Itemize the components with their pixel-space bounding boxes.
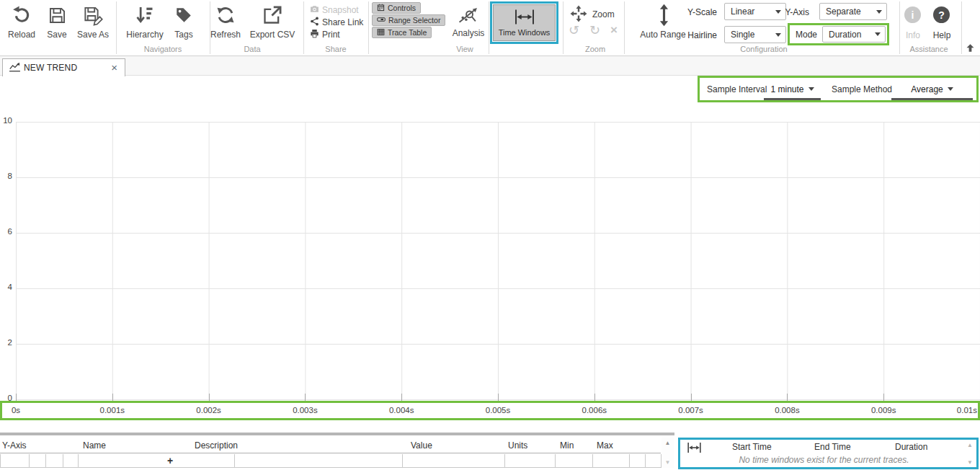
mode-field-highlight: Mode Duration — [788, 23, 889, 45]
info-label: Info — [897, 30, 929, 40]
x-axis-tick-mark — [209, 394, 210, 401]
save-as-icon — [83, 4, 104, 27]
scroll-down-icon[interactable]: ▼ — [965, 459, 975, 466]
tag-icon — [174, 4, 193, 27]
help-button[interactable]: ? — [933, 6, 950, 23]
tw-header-end: End Time — [814, 442, 851, 452]
group-separator — [303, 1, 304, 54]
column-header-max: Max — [597, 440, 613, 453]
time-windows-button[interactable]: Time Windows — [490, 1, 558, 44]
trace-table-empty-row: + — [0, 454, 662, 468]
refresh-icon — [215, 4, 236, 27]
x-axis-tick-label: 0s — [12, 403, 20, 418]
tags-button[interactable]: Tags — [166, 4, 202, 40]
collapse-ribbon-button[interactable] — [965, 43, 976, 53]
tw-header-duration: Duration — [895, 442, 927, 452]
chevron-down-icon — [875, 32, 881, 36]
x-axis-tick-label: 0.01s — [957, 403, 977, 418]
export-csv-button[interactable]: Export CSV — [246, 4, 298, 40]
mode-select[interactable]: Duration — [822, 26, 886, 43]
tab-new-trend[interactable]: NEW TREND × — [2, 58, 125, 76]
snapshot-label: Snapshot — [322, 5, 359, 15]
time-windows-button-face: Time Windows — [493, 4, 556, 41]
x-axis-tick-mark — [691, 394, 692, 401]
x-axis-box[interactable]: 0s0.001s0.002s0.003s0.004s0.005s0.006s0.… — [0, 401, 980, 420]
trace-table-label: Trace Table — [388, 28, 427, 37]
group-separator — [116, 1, 117, 54]
sampling-toolbar: Sample Interval 1 minute Sample Method A… — [698, 76, 979, 102]
zoom-redo-icon[interactable]: ↻ — [589, 24, 600, 37]
chart-plot-area[interactable] — [16, 122, 980, 400]
hairline-label: Hairline — [672, 30, 717, 40]
y-axis-tick-label: 0 — [0, 394, 12, 402]
share-link-button[interactable]: Share Link — [310, 17, 363, 28]
analysis-label: Analysis — [453, 28, 485, 38]
trace-table-scrollbar[interactable]: ▲ ▼ — [662, 438, 674, 468]
hierarchy-button[interactable]: Hierarchy — [122, 4, 167, 40]
y-axis-tick-label: 10 — [0, 116, 12, 125]
trace-row-cell — [235, 454, 403, 467]
controls-toggle[interactable]: Controls — [372, 2, 421, 14]
zoom-clear-icon[interactable]: × — [610, 24, 618, 37]
x-axis-tick-label: 0.002s — [196, 403, 221, 418]
calendar-icon — [377, 4, 385, 13]
trace-row-cell — [593, 454, 630, 467]
x-axis-tick-mark — [16, 394, 17, 401]
share-group-label: Share — [306, 45, 366, 53]
controls-label: Controls — [388, 4, 416, 12]
snapshot-button[interactable]: Snapshot — [310, 4, 359, 16]
save-as-label: Save As — [77, 30, 109, 40]
panel-splitter[interactable] — [0, 433, 674, 435]
x-axis-tick-label: 0.006s — [582, 403, 607, 418]
refresh-button[interactable]: Refresh — [206, 4, 245, 40]
save-as-button[interactable]: Save As — [72, 4, 114, 40]
group-separator — [961, 1, 962, 54]
y-axis-tick-label: 4 — [0, 283, 12, 291]
hairline-select[interactable]: Single — [724, 26, 786, 43]
reload-button[interactable]: Reload — [3, 4, 40, 40]
share-icon — [310, 17, 319, 28]
y-axis-value: Separate — [826, 6, 861, 17]
save-button[interactable]: Save — [40, 4, 74, 40]
scroll-up-icon[interactable]: ▲ — [662, 440, 674, 446]
column-header-min: Min — [560, 440, 574, 453]
y-scale-label: Y-Scale — [672, 7, 717, 17]
sample-interval-dropdown[interactable]: 1 minute — [764, 80, 821, 100]
y-scale-value: Linear — [731, 6, 754, 17]
y-axis-tick-label: 2 — [0, 338, 12, 347]
reload-icon — [12, 4, 32, 27]
scroll-down-icon[interactable]: ▼ — [662, 459, 674, 466]
y-axis-tick-label: 8 — [0, 172, 12, 180]
analysis-button[interactable]: Analysis — [447, 5, 489, 38]
camera-icon — [310, 4, 319, 16]
zoom-label: Zoom — [592, 9, 615, 19]
add-trace-button[interactable]: + — [167, 456, 173, 466]
zoom-pan-button[interactable] — [570, 5, 587, 22]
trace-row-cell — [556, 454, 593, 467]
trace-table-toggle[interactable]: Trace Table — [372, 27, 432, 38]
y-axis-select[interactable]: Separate — [819, 3, 887, 20]
reload-label: Reload — [8, 30, 35, 40]
range-selector-label: Range Selector — [388, 16, 440, 25]
x-axis-tick-label: 0.005s — [486, 403, 511, 418]
data-group-label: Data — [222, 45, 282, 53]
sample-method-dropdown[interactable]: Average — [891, 80, 973, 100]
trend-chart-icon — [9, 61, 21, 75]
x-axis-tick-mark — [883, 394, 884, 401]
auto-range-button[interactable] — [659, 3, 669, 27]
tab-close-icon[interactable]: × — [110, 63, 119, 73]
info-button[interactable]: i — [904, 6, 921, 23]
help-icon: ? — [938, 9, 945, 21]
tw-header-start: Start Time — [732, 442, 772, 452]
scroll-up-icon[interactable]: ▲ — [965, 442, 975, 448]
zoom-undo-icon[interactable]: ↺ — [569, 24, 579, 37]
assistance-group-label: Assistance — [896, 45, 961, 53]
range-selector-toggle[interactable]: Range Selector — [372, 14, 445, 26]
x-axis-tick-mark — [305, 394, 306, 401]
x-axis-tick-label: 0.007s — [678, 403, 703, 418]
print-button[interactable]: Print — [310, 29, 340, 40]
column-header-units: Units — [508, 440, 527, 453]
x-axis-tick-label: 0.008s — [775, 403, 800, 418]
help-label: Help — [926, 30, 958, 40]
trace-row-cell — [63, 454, 79, 467]
